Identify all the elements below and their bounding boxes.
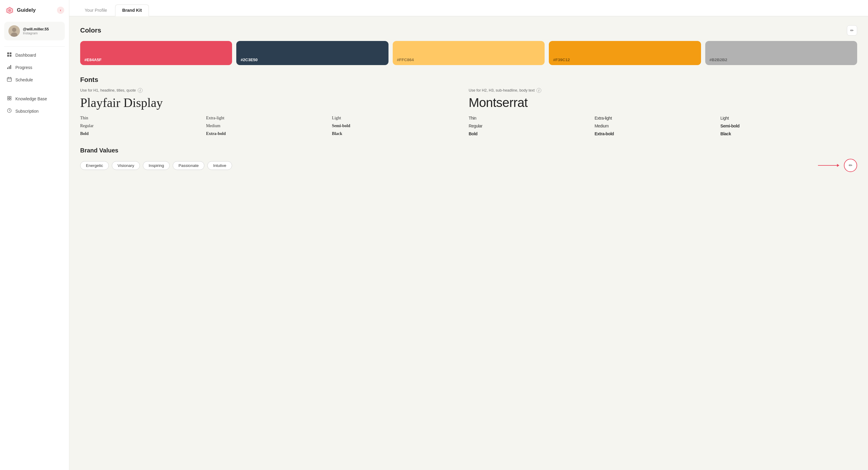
brand-values-edit-button[interactable]: ✏ [844,159,857,172]
fw-item: Black [332,131,457,136]
sidebar-item-label: Dashboard [16,53,36,58]
sidebar-item-label: Subscription [16,109,38,114]
brand-values-section: Brand Values Energetic Visionary Inspiri… [80,147,857,172]
avatar [8,25,20,37]
color-chip-0[interactable]: #E84A5F [80,41,232,65]
color-chip-2[interactable]: #FFC864 [393,41,545,65]
knowledge-base-icon [7,96,12,101]
svg-rect-12 [10,65,11,69]
sidebar-header: Guidely ‹ [0,0,69,19]
color-label-3: #F39C12 [553,58,570,62]
profile-card[interactable]: @will.miller.55 Instagram [4,22,65,40]
fw-item: Black [720,131,845,136]
sidebar-nav: Dashboard Progress Schedule [0,49,69,117]
font-meta-secondary: Use for H2, H3, sub-headline, body text … [469,88,845,93]
svg-rect-8 [7,55,9,57]
info-icon-primary[interactable]: i [138,88,143,93]
brand-tags-row: Energetic Visionary Inspiring Passionate… [80,161,232,170]
font-col-secondary: Use for H2, H3, sub-headline, body text … [469,88,857,136]
subscription-icon [7,108,12,114]
profile-platform: Instagram [23,31,49,35]
svg-rect-20 [10,98,11,100]
fw-item: Bold [469,131,593,136]
color-label-4: #B2B2B2 [710,58,727,62]
guidely-logo-icon [5,5,14,15]
fw-item: Regular [469,124,593,128]
profile-username: @will.miller.55 [23,27,49,31]
fonts-grid: Use for H1, headline, titles, quote i Pl… [80,88,857,136]
svg-rect-10 [7,67,8,69]
font-name-primary: Playfair Display [80,96,457,110]
color-chip-3[interactable]: #F39C12 [549,41,701,65]
color-chip-4[interactable]: #B2B2B2 [705,41,857,65]
sidebar-item-label: Schedule [16,77,33,82]
font-weights-primary: Thin Extra-light Light Regular Medium Se… [80,116,457,136]
brand-tag-1: Visionary [112,161,140,170]
svg-point-4 [12,28,16,32]
fw-item: Light [720,116,845,121]
schedule-icon [7,77,12,83]
colors-row: #E84A5F #2C3E50 #FFC864 #F39C12 #B2B2B2 [80,41,857,65]
fw-item: Regular [80,124,205,128]
sidebar-item-dashboard[interactable]: Dashboard [3,49,66,61]
page-body: Colors ✏ #E84A5F #2C3E50 #FFC864 #F39C12 [69,16,868,470]
brand-tag-4: Intutive [207,161,232,170]
sidebar-item-schedule[interactable]: Schedule [3,74,66,86]
color-label-2: #FFC864 [397,58,414,62]
fw-item: Extra-bold [595,131,719,136]
brand-tag-0: Energetic [80,161,109,170]
tab-your-profile[interactable]: Your Profile [78,4,114,16]
fw-item: Extra-bold [206,131,331,136]
brand-values-title: Brand Values [80,147,857,154]
profile-info: @will.miller.55 Instagram [23,27,49,35]
fw-item: Thin [80,116,205,121]
dashboard-icon [7,52,12,58]
edit-icon: ✏ [850,28,854,33]
brand-tag-3: Passionate [173,161,204,170]
svg-rect-18 [10,96,11,98]
svg-rect-9 [10,55,11,57]
fonts-section: Fonts Use for H1, headline, titles, quot… [80,76,857,136]
info-icon-secondary[interactable]: i [536,88,541,93]
svg-rect-17 [7,96,9,98]
color-chip-1[interactable]: #2C3E50 [236,41,388,65]
fw-item: Semi-bold [720,124,845,128]
sidebar-item-label: Knowledge Base [16,96,47,101]
sidebar-item-label: Progress [16,65,32,70]
fw-item: Medium [595,124,719,128]
brand-values-row: Energetic Visionary Inspiring Passionate… [80,159,857,172]
svg-rect-7 [10,53,11,54]
font-weights-secondary: Thin Extra-light Light Regular Medium Se… [469,116,845,136]
sidebar-toggle-button[interactable]: ‹ [57,7,64,14]
tabs-bar: Your Profile Brand Kit [69,0,868,16]
app-name: Guidely [17,7,36,13]
fw-item: Medium [206,124,331,128]
logo-area: Guidely [5,5,36,15]
font-name-secondary: Montserrat [469,96,845,110]
arrow-line [818,165,839,166]
brand-tag-2: Inspiring [143,161,170,170]
sidebar-item-progress[interactable]: Progress [3,61,66,73]
colors-title: Colors [80,27,101,34]
fw-item: Extra-light [595,116,719,121]
fw-item: Semi-bold [332,124,457,128]
fw-item: Extra-light [206,116,331,121]
edit-pencil-icon: ✏ [849,163,852,168]
svg-rect-13 [7,78,11,81]
fw-item: Thin [469,116,593,121]
sidebar-item-subscription[interactable]: Subscription [3,105,66,117]
arrow-edit-area: ✏ [818,159,857,172]
main-content: Your Profile Brand Kit Colors ✏ #E84A5F … [69,0,868,470]
fw-item: Bold [80,131,205,136]
sidebar-divider [4,46,65,47]
tab-brand-kit[interactable]: Brand Kit [115,4,149,16]
sidebar-item-knowledge-base[interactable]: Knowledge Base [3,93,66,104]
progress-icon [7,64,12,70]
colors-edit-button[interactable]: ✏ [847,25,857,36]
colors-section: Colors ✏ #E84A5F #2C3E50 #FFC864 #F39C12 [80,25,857,65]
color-label-0: #E84A5F [84,58,101,62]
font-meta-primary: Use for H1, headline, titles, quote i [80,88,457,93]
font-col-primary: Use for H1, headline, titles, quote i Pl… [80,88,469,136]
fw-item: Light [332,116,457,121]
svg-rect-19 [7,98,9,100]
